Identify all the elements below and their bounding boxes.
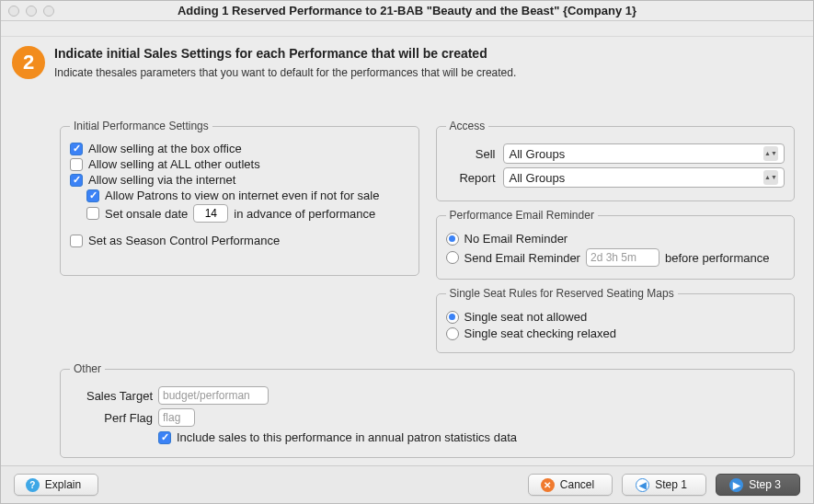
allow-box-office-label: Allow selling at the box office [88, 142, 242, 155]
allow-outlets-label: Allow selling at ALL other outlets [88, 157, 260, 171]
include-stats-checkbox[interactable] [158, 431, 171, 444]
updown-icon: ▲▼ [763, 146, 778, 161]
single-seat-group: Single Seat Rules for Reserved Seating M… [436, 287, 796, 353]
cancel-icon: ✕ [541, 478, 555, 492]
allow-outlets-checkbox[interactable] [70, 158, 83, 171]
allow-internet-checkbox[interactable] [70, 174, 83, 187]
sales-target-input[interactable] [158, 386, 269, 405]
content-area: Initial Performance Settings Allow selli… [1, 83, 813, 465]
help-icon: ? [26, 478, 40, 492]
report-label: Report [446, 171, 496, 185]
perf-flag-input[interactable] [158, 408, 195, 427]
send-email-label: Send Email Reminder [464, 251, 580, 265]
arrow-left-icon: ◀ [636, 478, 649, 492]
arrow-right-icon: ▶ [729, 478, 743, 492]
single-seat-not-allowed-label: Single seat not allowed [464, 310, 588, 324]
season-control-label: Set as Season Control Performance [88, 234, 280, 247]
allow-view-label: Allow Patrons to view on internet even i… [105, 189, 379, 202]
step1-button[interactable]: ◀ Step 1 [622, 474, 706, 496]
sell-select[interactable]: All Groups ▲▼ [503, 143, 785, 164]
include-stats-label: Include sales to this performance in ann… [177, 430, 517, 444]
access-group: Access Sell All Groups ▲▼ Report All Gro… [436, 120, 796, 201]
close-traffic-icon[interactable] [8, 6, 19, 17]
report-select[interactable]: All Groups ▲▼ [503, 167, 785, 188]
step-number-badge: 2 [12, 46, 45, 79]
onsale-date-checkbox[interactable] [86, 207, 99, 220]
zoom-traffic-icon[interactable] [43, 6, 54, 17]
cancel-button-label: Cancel [560, 478, 594, 491]
allow-internet-label: Allow selling via the internet [88, 173, 235, 187]
reminder-legend: Performance Email Reminder [446, 209, 598, 222]
sales-target-label: Sales Target [70, 389, 153, 403]
page-subtitle: Indicate thesales parameters that you wa… [54, 66, 516, 79]
cancel-button[interactable]: ✕ Cancel [528, 474, 613, 496]
allow-view-checkbox[interactable] [86, 189, 99, 202]
perf-flag-label: Perf Flag [70, 411, 153, 425]
access-legend: Access [446, 120, 489, 132]
no-email-label: No Email Reminder [464, 232, 568, 246]
send-email-radio[interactable] [446, 251, 459, 264]
single-seat-legend: Single Seat Rules for Reserved Seating M… [446, 287, 678, 300]
single-seat-not-allowed-radio[interactable] [446, 311, 459, 324]
explain-button[interactable]: ? Explain [14, 474, 98, 496]
allow-box-office-checkbox[interactable] [70, 143, 83, 155]
other-legend: Other [70, 362, 105, 375]
single-seat-relaxed-radio[interactable] [446, 327, 459, 340]
season-control-checkbox[interactable] [70, 235, 83, 247]
sell-label: Sell [446, 147, 496, 161]
reminder-duration-input[interactable] [586, 248, 659, 267]
ips-legend: Initial Performance Settings [70, 120, 212, 132]
reminder-suffix: before performance [665, 251, 769, 265]
updown-icon: ▲▼ [763, 170, 778, 185]
button-bar: ? Explain ✕ Cancel ◀ Step 1 ▶ Step 3 [1, 465, 813, 503]
email-reminder-group: Performance Email Reminder No Email Remi… [436, 209, 796, 280]
initial-performance-settings-group: Initial Performance Settings Allow selli… [60, 120, 419, 276]
sell-value: All Groups [510, 147, 566, 161]
explain-button-label: Explain [45, 478, 81, 491]
no-email-radio[interactable] [446, 233, 459, 246]
single-seat-relaxed-label: Single seat checking relaxed [464, 326, 617, 340]
step-header: 2 Indicate initial Sales Settings for ea… [1, 37, 813, 83]
step3-button-label: Step 3 [749, 478, 781, 491]
dialog-window: Adding 1 Reserved Performance to 21-BAB … [0, 0, 814, 504]
minimize-traffic-icon[interactable] [26, 6, 37, 17]
titlebar: Adding 1 Reserved Performance to 21-BAB … [1, 1, 813, 21]
onsale-label-suffix: in advance of performance [234, 207, 375, 221]
report-value: All Groups [510, 171, 566, 185]
window-title: Adding 1 Reserved Performance to 21-BAB … [1, 4, 813, 17]
window-controls [8, 6, 54, 17]
onsale-label-prefix: Set onsale date [105, 207, 188, 221]
step3-button[interactable]: ▶ Step 3 [716, 474, 800, 496]
onsale-days-input[interactable] [193, 204, 228, 223]
page-title: Indicate initial Sales Settings for each… [54, 46, 516, 61]
other-group: Other Sales Target Perf Flag Include sal… [60, 362, 795, 458]
step1-button-label: Step 1 [655, 478, 687, 491]
